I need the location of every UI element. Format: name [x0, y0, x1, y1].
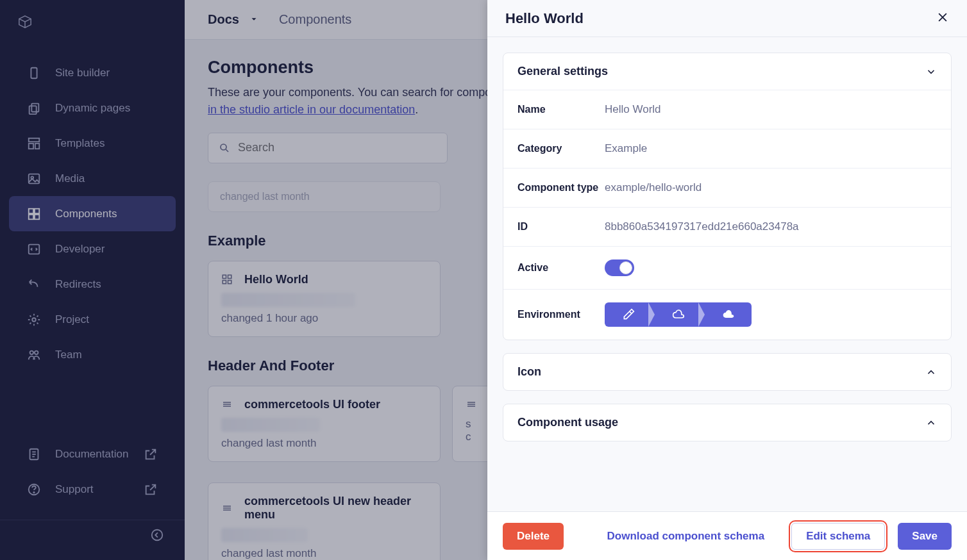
environment-selector[interactable]: [605, 302, 752, 327]
component-drawer: Hello World General settings Name Hello …: [487, 0, 967, 560]
field-label-type: Component type: [517, 182, 605, 194]
field-label-id: ID: [517, 221, 605, 233]
env-prod[interactable]: [705, 308, 752, 321]
field-label-name: Name: [517, 104, 605, 115]
env-staging[interactable]: [655, 308, 702, 321]
panel-header-general[interactable]: General settings: [503, 53, 951, 90]
drawer-title: Hello World: [505, 10, 584, 27]
edit-schema-button[interactable]: Edit schema: [791, 523, 885, 550]
field-value-id: 8bb860a534197317edd21e660a23478a: [605, 220, 799, 233]
panel-icon: Icon: [503, 353, 952, 391]
active-toggle[interactable]: [605, 259, 634, 276]
field-label-env: Environment: [517, 309, 605, 320]
field-value-category[interactable]: Example: [605, 142, 647, 155]
panel-general-settings: General settings Name Hello World Catego…: [503, 53, 952, 340]
env-dev[interactable]: [605, 308, 652, 321]
panel-header-usage[interactable]: Component usage: [503, 404, 951, 441]
chevron-down-icon: [925, 66, 937, 78]
field-label-category: Category: [517, 143, 605, 154]
chevron-up-icon: [925, 366, 937, 378]
close-icon[interactable]: [936, 11, 949, 26]
save-button[interactable]: Save: [898, 523, 952, 550]
field-value-name[interactable]: Hello World: [605, 103, 661, 116]
field-value-type[interactable]: example/hello-world: [605, 181, 702, 194]
chevron-up-icon: [925, 417, 937, 429]
download-schema-button[interactable]: Download component schema: [593, 523, 779, 550]
panel-header-icon[interactable]: Icon: [503, 354, 951, 390]
panel-usage: Component usage: [503, 404, 952, 441]
field-label-active: Active: [517, 262, 605, 274]
delete-button[interactable]: Delete: [503, 523, 564, 550]
